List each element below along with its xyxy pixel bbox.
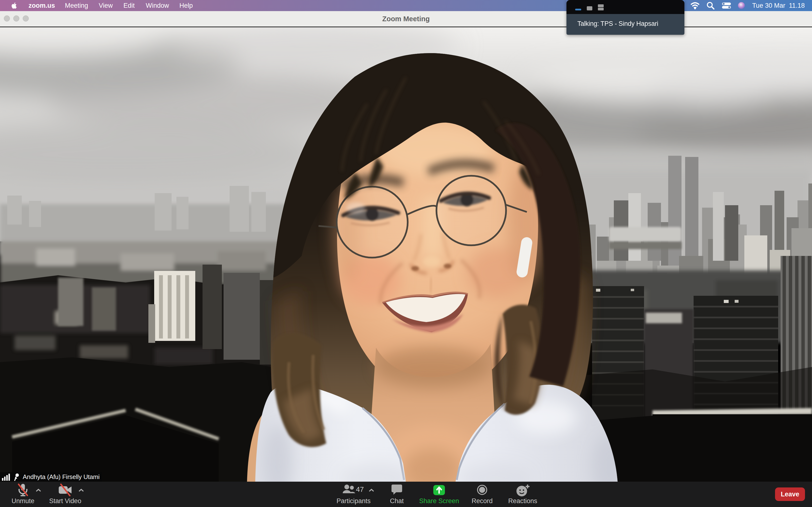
- svg-text:47: 47: [356, 486, 364, 493]
